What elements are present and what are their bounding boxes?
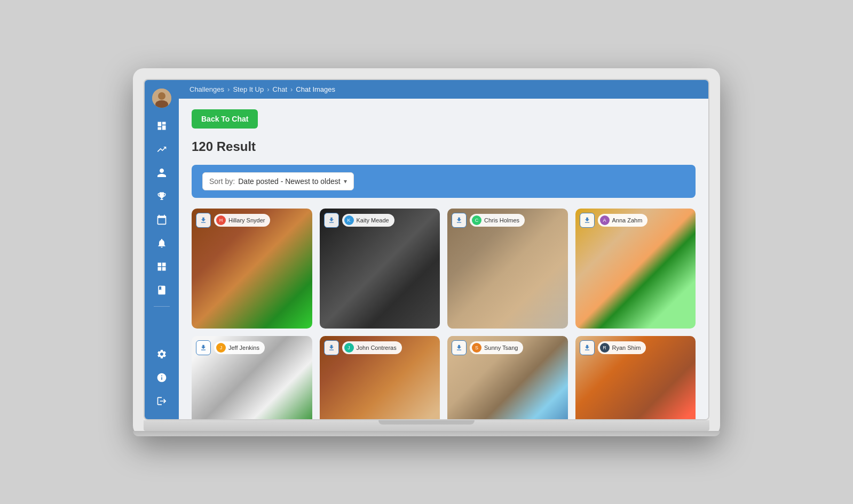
breadcrumb-sep-2: › — [267, 85, 269, 93]
user-avatar-small: H — [216, 215, 226, 225]
sidebar-item-calendar[interactable] — [152, 210, 171, 229]
user-avatar-small: J — [344, 343, 354, 353]
main-content: Challenges › Step It Up › Chat › Chat Im… — [179, 80, 708, 419]
sidebar-item-trophy[interactable] — [152, 187, 171, 206]
sidebar-item-grid[interactable] — [152, 257, 171, 276]
sidebar-item-info[interactable] — [152, 368, 171, 387]
image-card[interactable]: AAnna Zahm — [575, 209, 696, 329]
breadcrumb-sep-3: › — [290, 85, 293, 93]
sidebar-item-dashboard[interactable] — [152, 116, 171, 135]
image-overlay: AAnna Zahm — [580, 213, 648, 228]
image-overlay: SSunny Tsang — [452, 340, 523, 355]
download-button[interactable] — [452, 340, 467, 355]
image-overlay: HHillary Snyder — [196, 213, 270, 228]
image-grid: HHillary SnyderKKaity MeadeCChris Holmes… — [192, 209, 696, 419]
sidebar-item-chart[interactable] — [152, 140, 171, 159]
download-button[interactable] — [452, 213, 467, 228]
image-overlay: RRyan Shim — [580, 340, 646, 355]
user-avatar-small: S — [472, 343, 481, 353]
image-card[interactable]: CChris Holmes — [447, 209, 568, 329]
user-name: Kaity Meade — [357, 217, 389, 223]
laptop-base — [144, 420, 709, 431]
breadcrumb-nav: Challenges › Step It Up › Chat › Chat Im… — [179, 80, 708, 99]
image-overlay: CChris Holmes — [452, 213, 525, 228]
user-badge: HHillary Snyder — [214, 214, 270, 227]
sidebar-item-book[interactable] — [152, 281, 171, 300]
image-overlay: JJohn Contreras — [324, 340, 402, 355]
result-count: 120 Result — [192, 139, 696, 154]
user-badge: CChris Holmes — [470, 214, 525, 227]
user-name: Ryan Shim — [612, 345, 641, 351]
image-card[interactable]: HHillary Snyder — [192, 209, 312, 329]
sort-value: Date posted - Newest to oldest — [238, 177, 340, 186]
user-badge: JJeff Jenkins — [214, 341, 265, 354]
user-badge: KKaity Meade — [342, 214, 394, 227]
user-name: John Contreras — [357, 345, 397, 351]
breadcrumb-chatimages: Chat Images — [296, 85, 335, 93]
breadcrumb-stepitup[interactable]: Step It Up — [233, 85, 264, 93]
user-avatar-small: K — [344, 215, 354, 225]
user-badge: JJohn Contreras — [342, 341, 402, 354]
user-name: Hillary Snyder — [228, 217, 265, 223]
download-button[interactable] — [196, 213, 211, 228]
user-avatar-small: C — [472, 215, 481, 225]
back-to-chat-button[interactable]: Back To Chat — [192, 109, 258, 129]
download-button[interactable] — [580, 213, 595, 228]
svg-point-1 — [158, 92, 165, 100]
user-badge: AAnna Zahm — [598, 214, 648, 227]
image-card[interactable]: SSunny Tsang — [447, 336, 568, 419]
content-area: Back To Chat 120 Result Sort by: Date po… — [179, 99, 708, 419]
download-button[interactable] — [324, 213, 339, 228]
user-avatar-small: A — [600, 215, 610, 225]
user-avatar-small: R — [600, 343, 610, 353]
sidebar-divider — [154, 306, 170, 307]
laptop-bottom — [133, 431, 720, 436]
sidebar-item-settings[interactable] — [152, 345, 171, 364]
sidebar — [145, 80, 179, 419]
breadcrumb-sep-1: › — [227, 85, 230, 93]
user-name: Jeff Jenkins — [228, 345, 259, 351]
image-card[interactable]: RRyan Shim — [575, 336, 696, 419]
sort-bar: Sort by: Date posted - Newest to oldest … — [192, 165, 696, 198]
breadcrumb-challenges[interactable]: Challenges — [189, 85, 224, 93]
chevron-down-icon: ▾ — [344, 178, 347, 185]
avatar[interactable] — [152, 89, 171, 108]
image-card[interactable]: JJohn Contreras — [320, 336, 440, 419]
image-card[interactable]: KKaity Meade — [320, 209, 440, 329]
user-badge: SSunny Tsang — [470, 341, 523, 354]
user-badge: RRyan Shim — [598, 341, 646, 354]
sort-label: Sort by: — [209, 177, 235, 186]
sidebar-item-bell[interactable] — [152, 234, 171, 253]
download-button[interactable] — [580, 340, 595, 355]
sort-select[interactable]: Sort by: Date posted - Newest to oldest … — [202, 172, 354, 190]
keyboard-notch — [378, 420, 475, 425]
download-button[interactable] — [196, 340, 211, 355]
user-name: Chris Holmes — [484, 217, 519, 223]
image-overlay: KKaity Meade — [324, 213, 394, 228]
sidebar-item-person[interactable] — [152, 163, 171, 182]
breadcrumb-chat[interactable]: Chat — [273, 85, 287, 93]
image-card[interactable]: JJeff Jenkins — [192, 336, 312, 419]
user-avatar-small: J — [216, 343, 226, 353]
image-overlay: JJeff Jenkins — [196, 340, 265, 355]
download-button[interactable] — [324, 340, 339, 355]
user-name: Sunny Tsang — [484, 345, 518, 351]
user-name: Anna Zahm — [612, 217, 643, 223]
sidebar-item-logout[interactable] — [152, 391, 171, 411]
